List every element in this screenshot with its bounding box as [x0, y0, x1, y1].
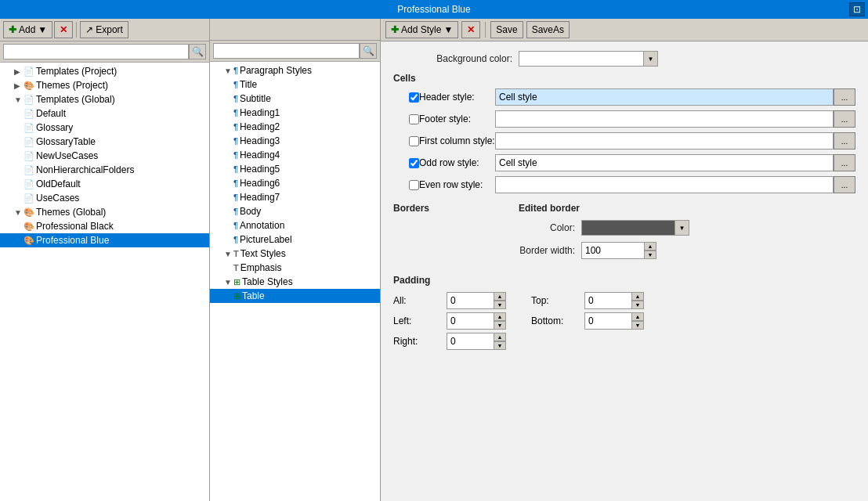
- mid-tree-item-annotation[interactable]: ¶Annotation: [210, 218, 380, 232]
- right-up[interactable]: ▲: [494, 333, 506, 341]
- mid-tree-item-heading5[interactable]: ¶Heading5: [210, 162, 380, 176]
- footer-style-dots-button[interactable]: ...: [834, 110, 855, 128]
- mid-tree-item-heading2[interactable]: ¶Heading2: [210, 120, 380, 134]
- all-up[interactable]: ▲: [494, 292, 506, 301]
- left-search: 🔍: [0, 41, 209, 63]
- toggle-icon: ▼: [224, 250, 233, 258]
- left-tree-item-themes-project[interactable]: ▶🎨Themes (Project): [0, 78, 209, 92]
- mid-label: PictureLabel: [238, 234, 378, 245]
- mid-label: Title: [238, 79, 378, 90]
- top-input[interactable]: [584, 292, 631, 309]
- first-col-input[interactable]: [495, 132, 834, 150]
- left-tree-item-usecases[interactable]: 📄UseCases: [0, 191, 209, 205]
- odd-row-checkbox[interactable]: [409, 158, 419, 168]
- left-tree-item-themes-global[interactable]: ▼🎨Themes (Global): [0, 205, 209, 219]
- all-label: All:: [393, 295, 440, 306]
- header-style-input[interactable]: [495, 88, 834, 106]
- mid-tree-item-subtitle[interactable]: ¶Subtitle: [210, 92, 380, 106]
- left-tree-item-professional-black[interactable]: 🎨Professional Black: [0, 219, 209, 233]
- border-width-input[interactable]: [581, 242, 644, 259]
- delete-button[interactable]: ✕: [54, 21, 73, 38]
- left-down[interactable]: ▼: [494, 321, 506, 330]
- mid-tree-item-heading7[interactable]: ¶Heading7: [210, 190, 380, 204]
- right-add-style-button[interactable]: ✚ Add Style ▼: [385, 21, 458, 38]
- mid-search-input[interactable]: [213, 43, 360, 59]
- mid-tree-item-heading3[interactable]: ¶Heading3: [210, 134, 380, 148]
- mid-tree-item-emphasis[interactable]: TEmphasis: [210, 261, 380, 275]
- border-color-box[interactable]: [581, 220, 675, 236]
- right-toolbar: ✚ Add Style ▼ ✕ Save SaveAs: [381, 19, 868, 41]
- mid-tree-item-text-styles[interactable]: ▼TText Styles: [210, 247, 380, 261]
- right-add-dropdown-icon: ▼: [443, 24, 453, 35]
- left-search-input[interactable]: [3, 44, 189, 59]
- tree-label: UseCases: [34, 193, 208, 204]
- mid-label: Subtitle: [238, 93, 378, 104]
- add-button[interactable]: ✚ Add ▼: [3, 21, 52, 38]
- all-input[interactable]: [447, 292, 494, 309]
- save-as-button[interactable]: SaveAs: [526, 21, 570, 38]
- right-input[interactable]: [447, 333, 494, 350]
- left-tree-item-professional-blue[interactable]: 🎨Professional Blue: [0, 233, 209, 247]
- even-row-checkbox[interactable]: [409, 180, 419, 190]
- left-up[interactable]: ▲: [494, 312, 506, 321]
- tree-label: Professional Blue: [34, 235, 208, 246]
- border-width-up[interactable]: ▲: [644, 242, 656, 250]
- odd-row-dots-button[interactable]: ...: [834, 154, 855, 171]
- left-input[interactable]: [447, 312, 494, 330]
- odd-row-input[interactable]: [495, 154, 834, 171]
- top-up[interactable]: ▲: [631, 292, 644, 301]
- even-row-input[interactable]: [495, 176, 834, 193]
- all-down[interactable]: ▼: [494, 301, 506, 309]
- bg-color-dropdown[interactable]: ▼: [644, 51, 658, 67]
- toggle-icon: ▼: [14, 96, 24, 104]
- mid-label: Heading2: [238, 121, 378, 132]
- header-style-label: Header style:: [419, 92, 475, 103]
- save-button[interactable]: Save: [490, 21, 523, 38]
- bottom-down[interactable]: ▼: [631, 321, 644, 330]
- right-delete-button[interactable]: ✕: [461, 21, 480, 38]
- left-tree-item-olddefault[interactable]: 📄OldDefault: [0, 177, 209, 191]
- tree-label: GlossaryTable: [34, 136, 208, 147]
- mid-tree-item-picturelabel[interactable]: ¶PictureLabel: [210, 232, 380, 247]
- mid-tree-item-table-styles[interactable]: ▼⊞Table Styles: [210, 275, 380, 289]
- bottom-input[interactable]: [584, 312, 631, 330]
- bottom-up[interactable]: ▲: [631, 312, 644, 321]
- mid-search-button[interactable]: 🔍: [360, 43, 377, 59]
- export-button[interactable]: ↗ Export: [80, 21, 128, 38]
- mid-tree-item-body[interactable]: ¶Body: [210, 204, 380, 218]
- header-style-checkbox[interactable]: [409, 92, 419, 103]
- mid-tree-item-table[interactable]: ⊞Table: [210, 289, 380, 303]
- left-tree-item-newusecases[interactable]: 📄NewUseCases: [0, 149, 209, 163]
- footer-style-input-wrap: ...: [495, 110, 855, 128]
- close-button[interactable]: ⊡: [849, 2, 865, 16]
- mid-tree-item-heading4[interactable]: ¶Heading4: [210, 148, 380, 162]
- footer-style-input[interactable]: [495, 110, 834, 128]
- mid-tree-item-heading1[interactable]: ¶Heading1: [210, 106, 380, 120]
- right-content: Background color: ▼ Cells Header style:: [381, 41, 868, 501]
- mid-tree-item-heading6[interactable]: ¶Heading6: [210, 176, 380, 190]
- left-tree-item-glossary[interactable]: 📄Glossary: [0, 121, 209, 135]
- bg-color-box[interactable]: [519, 51, 644, 67]
- top-down[interactable]: ▼: [631, 301, 644, 309]
- right-spin-btns: ▲ ▼: [494, 333, 506, 350]
- mid-label: Table: [241, 290, 378, 301]
- left-search-button[interactable]: 🔍: [189, 44, 206, 59]
- header-style-dots-button[interactable]: ...: [834, 88, 855, 106]
- header-style-row: Header style: ...: [393, 88, 855, 106]
- first-col-checkbox[interactable]: [409, 136, 419, 146]
- footer-style-checkbox[interactable]: [409, 114, 419, 124]
- first-col-dots-button[interactable]: ...: [834, 132, 855, 150]
- left-tree-item-glossarytable[interactable]: 📄GlossaryTable: [0, 135, 209, 149]
- left-tree-item-templates-global[interactable]: ▼📄Templates (Global): [0, 92, 209, 106]
- mid-tree-item-paragraph-styles[interactable]: ▼¶Paragraph Styles: [210, 63, 380, 77]
- tree-label: NewUseCases: [34, 150, 208, 161]
- left-tree-item-templates-project[interactable]: ▶📄Templates (Project): [0, 64, 209, 78]
- add-label: Add: [19, 24, 35, 35]
- mid-tree-item-title[interactable]: ¶Title: [210, 77, 380, 92]
- border-color-dropdown[interactable]: ▼: [675, 220, 689, 236]
- even-row-dots-button[interactable]: ...: [834, 176, 855, 193]
- left-tree-item-nonhierarchicalfolders[interactable]: 📄NonHierarchicalFolders: [0, 163, 209, 177]
- border-width-down[interactable]: ▼: [644, 250, 656, 259]
- left-tree-item-default[interactable]: 📄Default: [0, 106, 209, 121]
- right-down[interactable]: ▼: [494, 341, 506, 350]
